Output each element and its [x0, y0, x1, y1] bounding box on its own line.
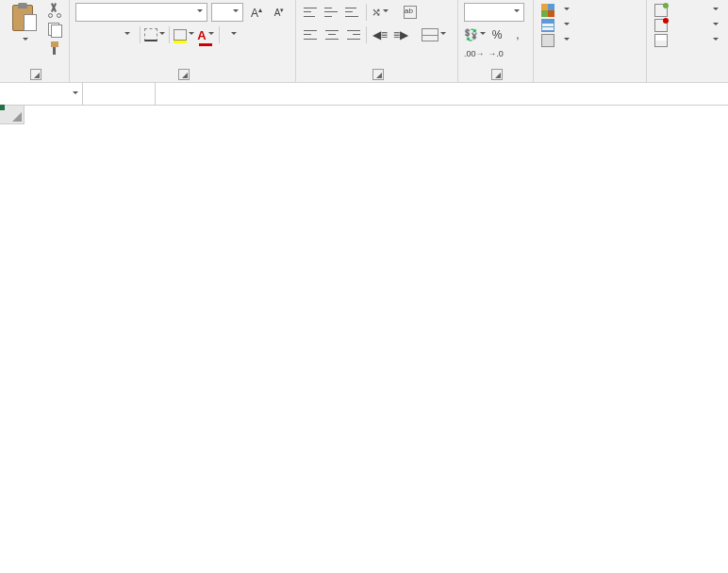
- conditional-format-button[interactable]: [539, 3, 640, 18]
- align-right-button[interactable]: [343, 25, 362, 44]
- increase-font-button[interactable]: A▴: [247, 3, 266, 22]
- delete-cells-button[interactable]: [653, 18, 720, 33]
- font-size-select[interactable]: [211, 3, 243, 22]
- orientation-button[interactable]: ⤭: [371, 3, 389, 22]
- increase-indent-button[interactable]: ≡▶: [391, 25, 410, 44]
- formula-bar-row: [0, 83, 728, 106]
- phonetic-button[interactable]: [223, 25, 242, 44]
- percent-button[interactable]: %: [488, 25, 506, 44]
- merge-button[interactable]: [422, 25, 446, 44]
- align-top-button[interactable]: [302, 3, 321, 22]
- table-format-button[interactable]: [539, 18, 640, 33]
- font-dialog-launcher[interactable]: [178, 69, 190, 80]
- paste-button[interactable]: [6, 3, 43, 46]
- decrease-font-button[interactable]: A▾: [270, 3, 289, 22]
- number-dialog-launcher[interactable]: [491, 69, 503, 80]
- copy-button[interactable]: [47, 22, 62, 37]
- cut-button[interactable]: [47, 3, 62, 18]
- comma-button[interactable]: ,: [508, 25, 527, 44]
- decrease-decimal-button[interactable]: →.0: [487, 44, 505, 63]
- insert-cells-button[interactable]: [653, 3, 720, 18]
- clipboard-dialog-launcher[interactable]: [30, 69, 41, 80]
- fill-color-button[interactable]: [174, 25, 194, 44]
- ribbon: A▴ A▾ A ⤭: [0, 0, 728, 83]
- wrap-text-button[interactable]: ab: [401, 3, 420, 22]
- italic-button[interactable]: [96, 25, 115, 44]
- formula-bar[interactable]: [156, 83, 728, 105]
- worksheet: [0, 106, 728, 573]
- bold-button[interactable]: [75, 25, 94, 44]
- font-name-select[interactable]: [75, 3, 207, 22]
- format-cells-button[interactable]: [653, 33, 720, 48]
- align-left-button[interactable]: [302, 25, 321, 44]
- alignment-dialog-launcher[interactable]: [372, 69, 384, 80]
- select-all-button[interactable]: [0, 106, 25, 124]
- cell-style-button[interactable]: [539, 33, 640, 48]
- border-button[interactable]: [144, 25, 165, 44]
- paste-icon: [12, 3, 37, 31]
- align-center-button[interactable]: [323, 25, 341, 44]
- font-color-button[interactable]: A: [196, 25, 215, 44]
- align-middle-button[interactable]: [323, 3, 341, 22]
- number-format-select[interactable]: [464, 3, 524, 22]
- increase-decimal-button[interactable]: .00→: [464, 44, 485, 63]
- name-box[interactable]: [0, 83, 83, 105]
- decrease-indent-button[interactable]: ◀≡: [371, 25, 389, 44]
- underline-button[interactable]: [117, 25, 136, 44]
- format-painter-button[interactable]: [47, 41, 62, 56]
- accounting-format-button[interactable]: 💱: [464, 25, 486, 44]
- align-bottom-button[interactable]: [343, 3, 362, 22]
